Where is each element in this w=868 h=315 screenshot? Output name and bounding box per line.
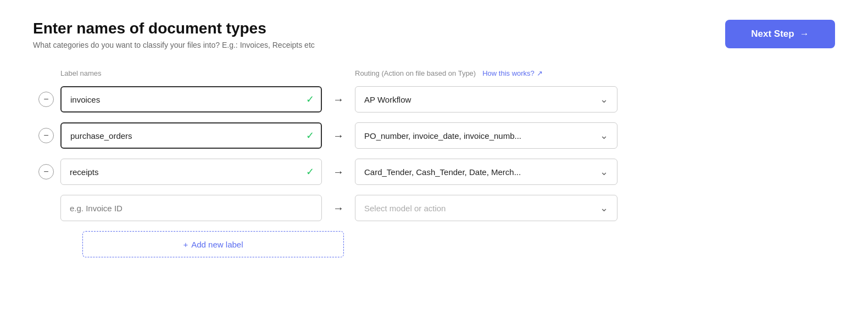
routing-select-3[interactable]: Card_Tender, Cash_Tender, Date, Merch...… — [355, 159, 617, 185]
remove-row-2-button[interactable]: − — [38, 128, 54, 143]
add-label-text: Add new label — [191, 240, 243, 249]
chevron-down-icon-4: ⌄ — [600, 202, 608, 214]
arrow-icon-1: → — [333, 93, 344, 106]
remove-row-1-button[interactable]: − — [38, 92, 54, 107]
routing-select-4[interactable]: Select model or action ⌄ — [355, 195, 617, 221]
label-input-wrap-2: ✓ — [60, 122, 322, 149]
col-routing-label: Routing (Action on file based on Type) — [355, 69, 476, 77]
col-routing: Routing (Action on file based on Type) H… — [355, 69, 543, 77]
routing-placeholder-4: Select model or action — [364, 204, 596, 213]
chevron-down-icon-2: ⌄ — [600, 130, 608, 142]
routing-select-1[interactable]: AP Workflow ⌄ — [355, 86, 617, 113]
add-new-label-button[interactable]: + Add new label — [82, 231, 344, 257]
next-step-button[interactable]: Next Step → — [725, 20, 835, 48]
add-label-row: + Add new label — [38, 231, 830, 257]
label-input-wrap-1: ✓ — [60, 86, 322, 113]
label-input-4[interactable] — [60, 195, 322, 221]
chevron-down-icon-1: ⌄ — [600, 93, 608, 105]
column-headers: Label names Routing (Action on file base… — [38, 69, 830, 77]
page-subtitle: What categories do you want to classify … — [33, 41, 315, 49]
label-input-wrap-4 — [60, 195, 322, 221]
col-label-names: Label names — [38, 69, 324, 77]
remove-row-3-button[interactable]: − — [38, 164, 54, 179]
page-header: Enter names of document types What categ… — [33, 20, 835, 49]
label-input-wrap-3: ✓ — [60, 159, 322, 185]
table-row-empty: → Select model or action ⌄ — [38, 195, 830, 221]
table-row: − ✓ → Card_Tender, Cash_Tender, Date, Me… — [38, 159, 830, 185]
table-row: − ✓ → AP Workflow ⌄ — [38, 86, 830, 113]
arrow-icon-2: → — [333, 130, 344, 142]
header-text-block: Enter names of document types What categ… — [33, 20, 315, 49]
minus-icon: − — [43, 167, 48, 176]
minus-icon: − — [43, 95, 48, 104]
routing-value-2: PO_number, invoice_date, invoice_numb... — [364, 131, 596, 140]
minus-icon: − — [43, 131, 48, 140]
add-plus-icon: + — [183, 240, 188, 249]
label-input-3[interactable] — [60, 159, 322, 185]
how-this-works-link[interactable]: How this works? ↗ — [482, 69, 543, 77]
routing-value-3: Card_Tender, Cash_Tender, Date, Merch... — [364, 167, 596, 177]
page: Enter names of document types What categ… — [0, 0, 868, 315]
page-title: Enter names of document types — [33, 20, 315, 37]
external-link-icon: ↗ — [537, 69, 543, 77]
arrow-icon-4: → — [333, 202, 344, 215]
arrow-icon-3: → — [333, 166, 344, 178]
next-step-label: Next Step — [751, 29, 794, 40]
table-row: − ✓ → PO_number, invoice_date, invoice_n… — [38, 122, 830, 149]
main-content: Label names Routing (Action on file base… — [33, 69, 835, 257]
how-this-works-text: How this works? — [482, 69, 535, 77]
chevron-down-icon-3: ⌄ — [600, 166, 608, 178]
routing-select-2[interactable]: PO_number, invoice_date, invoice_numb...… — [355, 122, 617, 149]
next-step-arrow-icon: → — [800, 29, 809, 40]
label-input-2[interactable] — [60, 122, 322, 149]
label-input-1[interactable] — [60, 86, 322, 113]
routing-value-1: AP Workflow — [364, 95, 596, 104]
